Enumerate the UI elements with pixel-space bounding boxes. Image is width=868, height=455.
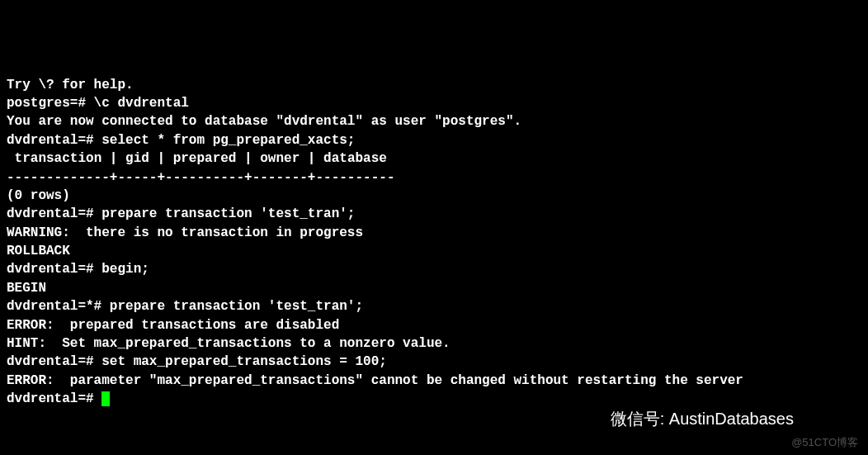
wechat-label: 微信号: AustinDatabases [611, 407, 794, 430]
terminal-line: BEGIN [7, 279, 861, 297]
terminal-line: ROLLBACK [7, 242, 861, 260]
terminal-line: dvdrental=# select * from pg_prepared_xa… [7, 131, 861, 149]
terminal-line: ERROR: parameter "max_prepared_transacti… [7, 372, 861, 390]
terminal-line: dvdrental=*# prepare transaction 'test_t… [7, 297, 861, 315]
terminal-line: -------------+-----+----------+-------+-… [7, 168, 861, 187]
terminal-line: WARNING: there is no transaction in prog… [7, 224, 861, 242]
terminal-prompt-line: dvdrental=# [7, 390, 861, 408]
terminal-line: You are now connected to database "dvdre… [7, 112, 861, 130]
terminal-line: Try \? for help. [7, 76, 861, 94]
wechat-icon [578, 407, 604, 430]
terminal-line: transaction | gid | prepared | owner | d… [7, 149, 861, 168]
terminal-line: dvdrental=# prepare transaction 'test_tr… [7, 205, 861, 223]
terminal-prompt: dvdrental=# [7, 391, 101, 406]
terminal-output[interactable]: Try \? for help.postgres=# \c dvdrentalY… [7, 76, 861, 409]
terminal-line: postgres=# \c dvdrental [7, 94, 861, 112]
terminal-line: dvdrental=# begin; [7, 260, 861, 278]
watermark: @51CTO博客 [791, 435, 858, 450]
terminal-line: HINT: Set max_prepared_transactions to a… [7, 334, 861, 353]
terminal-line: dvdrental=# set max_prepared_transaction… [7, 353, 861, 371]
terminal-cursor[interactable] [101, 391, 110, 406]
terminal-line: ERROR: prepared transactions are disable… [7, 316, 861, 334]
wechat-overlay: 微信号: AustinDatabases [578, 407, 794, 430]
terminal-line: (0 rows) [7, 187, 861, 205]
